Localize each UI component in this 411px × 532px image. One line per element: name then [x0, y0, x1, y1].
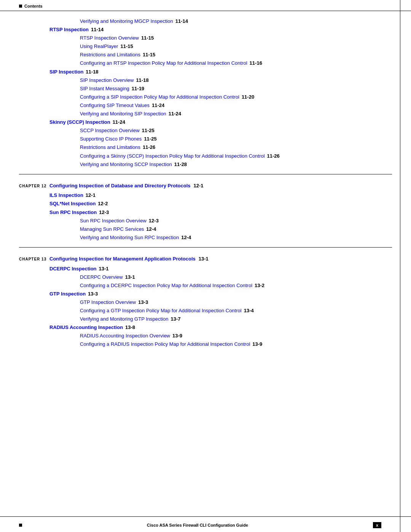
toc-entry-title[interactable]: Sun RPC Inspection	[49, 208, 97, 217]
toc-entry: Configuring a GTP Inspection Policy Map …	[80, 307, 392, 315]
chapter-title[interactable]: Configuring Inspection for Management Ap…	[49, 254, 196, 264]
toc-entry-page: 12-1	[86, 191, 96, 200]
toc-entry-title[interactable]: Configuring a RADIUS Inspection Policy M…	[80, 340, 250, 348]
toc-entry-page: 12-3	[99, 208, 109, 217]
toc-entry-title[interactable]: RTSP Inspection	[49, 26, 89, 34]
pre-chapter-section: Verifying and Monitoring MGCP Inspection…	[19, 17, 392, 169]
toc-entry-page: 12-2	[98, 200, 108, 208]
toc-entry-title[interactable]: Configuring a DCERPC Inspection Policy M…	[80, 281, 252, 290]
toc-entry-title[interactable]: Restrictions and Limitations	[80, 51, 140, 59]
toc-entry: RADIUS Accounting Inspection13-8	[49, 323, 392, 332]
right-border	[400, 0, 400, 532]
toc-entry-title[interactable]: DCERPC Overview	[80, 273, 123, 281]
toc-entry: SCCP Inspection Overview11-25	[80, 126, 392, 135]
toc-entry-title[interactable]: SIP Inspection	[49, 68, 83, 76]
toc-entry: Verifying and Monitoring Sun RPC Inspect…	[80, 233, 392, 242]
toc-entry-page: 12-3	[149, 217, 159, 225]
toc-entry-title[interactable]: Configuring a SIP Inspection Policy Map …	[80, 93, 239, 101]
chapter-divider	[19, 174, 392, 174]
toc-entry: ILS Inspection12-1	[49, 191, 392, 200]
toc-entry: Restrictions and Limitations11-15	[80, 51, 392, 59]
toc-entry: SIP Instant Messaging11-19	[80, 85, 392, 93]
toc-entry-page: 11-19	[132, 85, 144, 93]
toc-entry-title[interactable]: Verifying and Monitoring Sun RPC Inspect…	[80, 233, 179, 242]
toc-entry-page: 13-3	[88, 290, 98, 298]
toc-entry-title[interactable]: Managing Sun RPC Services	[80, 225, 144, 233]
page-footer: Cisco ASA Series Firewall CLI Configurat…	[0, 522, 400, 528]
toc-entry-title[interactable]: SIP Instant Messaging	[80, 85, 129, 93]
toc-entry: Configuring a DCERPC Inspection Policy M…	[80, 281, 392, 290]
toc-entry: Configuring a RADIUS Inspection Policy M…	[80, 340, 392, 348]
toc-entry-title[interactable]: RADIUS Accounting Inspection Overview	[80, 332, 170, 340]
toc-entry: GTP Inspection Overview13-3	[80, 298, 392, 307]
toc-entry-title[interactable]: Skinny (SCCP) Inspection	[49, 118, 110, 126]
toc-entry: RTSP Inspection Overview11-15	[80, 34, 392, 42]
toc-entry-page: 11-26	[267, 152, 280, 160]
toc-entry: Sun RPC Inspection Overview12-3	[80, 217, 392, 225]
toc-entry: Verifying and Monitoring MGCP Inspection…	[80, 17, 392, 26]
toc-entry-title[interactable]: Restrictions and Limitations	[80, 143, 140, 152]
toc-entry-page: 13-9	[172, 332, 182, 340]
toc-entry: Sun RPC Inspection12-3	[49, 208, 392, 217]
toc-entry-title[interactable]: GTP Inspection Overview	[80, 298, 136, 307]
toc-entry-page: 13-8	[125, 323, 135, 332]
toc-entry-title[interactable]: SCCP Inspection Overview	[80, 126, 140, 135]
toc-entry-title[interactable]: Supporting Cisco IP Phones	[80, 135, 142, 143]
toc-entry-title[interactable]: GTP Inspection	[49, 290, 86, 298]
toc-entry-title[interactable]: Configuring SIP Timeout Values	[80, 101, 150, 110]
chapter-divider	[19, 247, 392, 248]
toc-entry-page: 11-15	[120, 42, 133, 51]
toc-entry: Supporting Cisco IP Phones11-25	[80, 135, 392, 143]
footer-center-text: Cisco ASA Series Firewall CLI Configurat…	[22, 523, 373, 527]
toc-entry-title[interactable]: ILS Inspection	[49, 191, 83, 200]
toc-entry: Restrictions and Limitations11-26	[80, 143, 392, 152]
toc-entry-title[interactable]: SQL*Net Inspection	[49, 200, 96, 208]
toc-entry-title[interactable]: RTSP Inspection Overview	[80, 34, 139, 42]
toc-entry-title[interactable]: Configuring a Skinny (SCCP) Inspection P…	[80, 152, 265, 160]
toc-entry-title[interactable]: Configuring a GTP Inspection Policy Map …	[80, 307, 242, 315]
chapter-page: 13-1	[199, 254, 209, 264]
toc-entry: DCERPC Overview13-1	[80, 273, 392, 281]
toc-entry: DCERPC Inspection13-1	[49, 265, 392, 273]
footer-page-number: x	[373, 522, 381, 528]
toc-entry: Verifying and Monitoring SCCP Inspection…	[80, 160, 392, 169]
toc-entry: SQL*Net Inspection12-2	[49, 200, 392, 208]
toc-entry: SIP Inspection11-18	[49, 68, 392, 76]
toc-entry-title[interactable]: Configuring an RTSP Inspection Policy Ma…	[80, 59, 247, 67]
chapters-container: CHAPTER 12Configuring Inspection of Data…	[19, 174, 392, 349]
toc-entry-title[interactable]: Verifying and Monitoring MGCP Inspection	[80, 17, 173, 26]
toc-entry: Managing Sun RPC Services12-4	[80, 225, 392, 233]
toc-entry-title[interactable]: SIP Inspection Overview	[80, 76, 134, 85]
toc-entry-page: 11-24	[169, 110, 181, 118]
toc-entry-title[interactable]: Sun RPC Inspection Overview	[80, 217, 147, 225]
toc-entry-page: 11-24	[113, 118, 125, 126]
toc-entry-page: 11-15	[141, 34, 154, 42]
toc-entry-page: 12-4	[181, 233, 191, 242]
toc-entry-title[interactable]: Verifying and Monitoring GTP Inspection	[80, 315, 168, 323]
chapter-entry: CHAPTER 13Configuring Inspection for Man…	[19, 254, 392, 264]
footer-left	[19, 524, 22, 527]
chapter-page: 12-1	[194, 181, 204, 191]
toc-entry: GTP Inspection13-3	[49, 290, 392, 298]
toc-entry-page: 11-14	[91, 26, 104, 34]
toc-entry-title[interactable]: RADIUS Accounting Inspection	[49, 323, 123, 332]
toc-entry-title[interactable]: Verifying and Monitoring SCCP Inspection	[80, 160, 172, 169]
toc-entry-page: 11-15	[143, 51, 155, 59]
toc-entry: Configuring SIP Timeout Values11-24	[80, 101, 392, 110]
toc-entry-page: 11-20	[242, 93, 254, 101]
chapter-title[interactable]: Configuring Inspection of Database and D…	[49, 181, 191, 191]
toc-entry: Verifying and Monitoring SIP Inspection1…	[80, 110, 392, 118]
top-border	[0, 11, 411, 11]
toc-entry-page: 13-7	[170, 315, 180, 323]
toc-entry-page: 11-18	[136, 76, 148, 85]
toc-entry-title[interactable]: DCERPC Inspection	[49, 265, 97, 273]
toc-entry-page: 11-14	[175, 17, 188, 26]
toc-entry-page: 13-2	[255, 281, 264, 290]
header-square-icon	[19, 5, 22, 8]
chapter-label: CHAPTER 12	[19, 182, 49, 190]
toc-entry: Configuring a Skinny (SCCP) Inspection P…	[80, 152, 392, 160]
toc-entry-title[interactable]: Verifying and Monitoring SIP Inspection	[80, 110, 166, 118]
toc-entry-title[interactable]: Using RealPlayer	[80, 42, 118, 51]
toc-entry: Configuring a SIP Inspection Policy Map …	[80, 93, 392, 101]
toc-entry: Configuring an RTSP Inspection Policy Ma…	[80, 59, 392, 67]
